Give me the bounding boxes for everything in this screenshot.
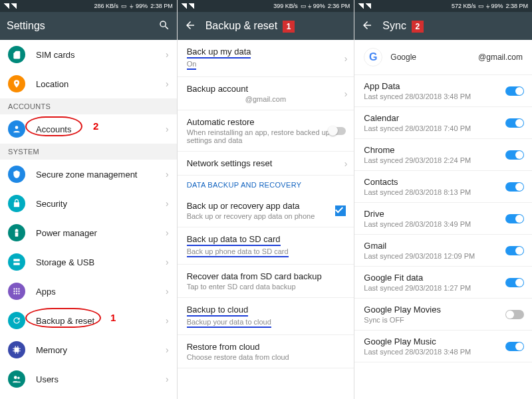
backup-item-back-up-data-to-sd-card[interactable]: Back up data to SD cardBack up phone dat… (178, 227, 354, 264)
row-label: Security (36, 199, 155, 209)
sync-item-drive[interactable]: DriveLast synced 28/03/2018 3:49 PM (354, 203, 532, 234)
backup-item-restore-from-cloud[interactable]: Restore from cloudChoose restore data fr… (178, 335, 354, 368)
row-label: Apps (36, 287, 155, 297)
chevron-right-icon: › (344, 53, 348, 64)
svg-point-5 (18, 288, 19, 289)
svg-point-14 (17, 377, 20, 380)
sync-toggle[interactable] (505, 246, 524, 255)
chevron-right-icon: › (166, 344, 169, 355)
page-title: Backup & reset1 (205, 20, 348, 33)
settings-item-accessibility[interactable]: Accessibility› (0, 394, 177, 399)
backup-item-automatic-restore[interactable]: Automatic restoreWhen reinstalling an ap… (178, 110, 354, 151)
secure-zone-icon (8, 166, 25, 183)
search-icon[interactable] (158, 19, 170, 33)
item-subtitle: Back up or recovery app data on phone (187, 212, 345, 220)
sync-toggle[interactable] (505, 278, 524, 287)
backup-item-backup-to-cloud[interactable]: Backup to cloudBackup your data to cloud (178, 298, 354, 334)
row-label: Memory (36, 345, 155, 355)
svg-point-10 (16, 293, 17, 294)
sync-item-chrome[interactable]: ChromeLast synced 29/03/2018 2:24 PM (354, 139, 532, 170)
sync-title: Contacts (364, 177, 523, 187)
section-accounts: ACCOUNTS (0, 98, 177, 114)
net-speed: 572 KB/s (452, 3, 476, 9)
toggle[interactable] (329, 127, 346, 135)
settings-item-apps[interactable]: Apps› (0, 277, 177, 306)
sync-title: Google Play Movies (364, 305, 523, 315)
backup-appbar: Backup & reset1 (178, 12, 354, 40)
sync-subtitle: Last synced 28/03/2018 3:48 PM (364, 92, 523, 100)
row-label: Secure zone management (36, 170, 155, 180)
sim-icon (8, 46, 25, 63)
item-title: Backup account (187, 84, 345, 94)
sync-subtitle: Last synced 29/03/2018 12:09 PM (364, 252, 523, 260)
status-bar: 399 KB/s ▭ ⏚ 99% 2:36 PM (178, 0, 354, 12)
sync-toggle[interactable] (505, 118, 524, 128)
settings-item-security[interactable]: Security› (0, 189, 177, 218)
backup-item-recover-data-from-sd-card-backup[interactable]: Recover data from SD card backupTap to e… (178, 265, 354, 297)
svg-point-3 (13, 288, 15, 289)
checkbox[interactable] (335, 205, 346, 216)
svg-rect-1 (13, 259, 19, 261)
sync-item-google-fit-data[interactable]: Google Fit dataLast synced 29/03/2018 1:… (354, 267, 532, 298)
sync-item-contacts[interactable]: ContactsLast synced 28/03/2018 8:13 PM (354, 171, 532, 202)
sync-toggle[interactable] (505, 182, 524, 192)
item-subtitle: @gmail.com (187, 95, 345, 103)
google-account-header[interactable]: G Google @gmail.com (354, 40, 532, 74)
settings-item-power-manager[interactable]: Power manager› (0, 218, 177, 247)
backup-item-back-up-or-recovery-app-data[interactable]: Back up or recovery app dataBack up or r… (178, 194, 354, 227)
settings-item-location[interactable]: Location› (0, 69, 177, 98)
sync-panel: 572 KB/s ▭ ⏚ 99% 2:38 PM Sync2 G Google … (354, 0, 532, 399)
sync-toggle[interactable] (505, 214, 524, 223)
sync-item-google-play-music[interactable]: Google Play MusicLast synced 28/03/2018 … (354, 331, 532, 362)
sync-toggle[interactable] (505, 150, 524, 160)
backup-item-network-settings-reset[interactable]: Network settings reset› (178, 152, 354, 175)
page-title: Settings (7, 20, 149, 32)
backup-icon (8, 312, 25, 329)
annotation-badge: 2 (412, 21, 424, 33)
backup-item-backup-account[interactable]: Backup account@gmail.com› (178, 77, 354, 110)
chevron-right-icon: › (166, 286, 169, 297)
row-label: Storage & USB (36, 257, 155, 267)
item-subtitle: On (187, 60, 197, 70)
settings-item-secure-zone-management[interactable]: Secure zone management› (0, 160, 177, 189)
row-label: Backup & reset (36, 316, 155, 326)
security-icon (8, 195, 25, 212)
settings-item-backup-reset[interactable]: Backup & reset›1 (0, 306, 177, 335)
sync-item-gmail[interactable]: GmailLast synced 29/03/2018 12:09 PM (354, 235, 532, 266)
storage-icon (8, 253, 25, 271)
sync-toggle[interactable] (505, 310, 524, 319)
item-title: Backup to cloud (187, 305, 249, 317)
sync-toggle[interactable] (505, 86, 524, 96)
sync-item-calendar[interactable]: CalendarLast synced 28/03/2018 7:40 PM (354, 107, 532, 138)
settings-item-users[interactable]: Users› (0, 364, 177, 394)
sync-subtitle: Last synced 29/03/2018 1:27 PM (364, 284, 523, 292)
sync-toggle[interactable] (505, 342, 524, 351)
battery-icon: ▭ (121, 3, 127, 9)
account-type: Google (390, 53, 416, 62)
back-icon[interactable] (361, 19, 373, 33)
clock: 2:36 PM (328, 3, 350, 9)
clock: 2:38 PM (505, 3, 528, 9)
users-icon (8, 370, 25, 388)
wifi-icon: ⏚ (130, 3, 133, 9)
svg-point-8 (18, 291, 19, 292)
chevron-right-icon: › (166, 227, 169, 238)
sync-title: Drive (364, 209, 523, 219)
sync-item-app-data[interactable]: App DataLast synced 28/03/2018 3:48 PM (354, 75, 532, 106)
settings-item-memory[interactable]: Memory› (0, 335, 177, 364)
account-email: @gmail.com (478, 53, 523, 62)
sync-title: Gmail (364, 241, 523, 251)
sync-item-google-play-movies[interactable]: Google Play MoviesSync is OFF (354, 299, 532, 330)
svg-point-13 (14, 376, 17, 379)
backup-item-back-up-my-data[interactable]: Back up my dataOn› (178, 40, 354, 76)
settings-item-storage-usb[interactable]: Storage & USB› (0, 247, 177, 277)
memory-icon (8, 341, 25, 358)
svg-point-11 (18, 293, 19, 294)
row-label: Accounts (36, 124, 155, 134)
chevron-right-icon: › (166, 198, 169, 209)
settings-item-accounts[interactable]: Accounts › 2 (0, 114, 177, 144)
back-icon[interactable] (184, 19, 196, 33)
settings-item-sim-cards[interactable]: SIM cards› (0, 40, 177, 69)
svg-rect-12 (15, 348, 19, 352)
chevron-right-icon: › (166, 78, 169, 89)
